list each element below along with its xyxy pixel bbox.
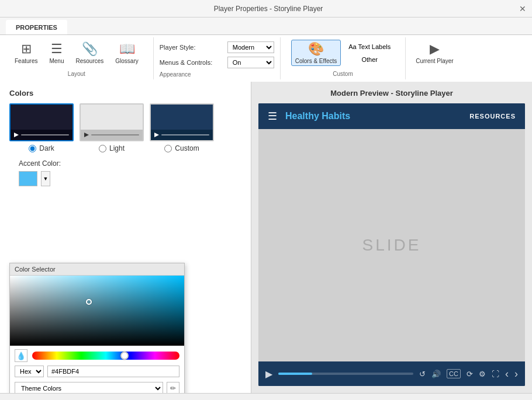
player-topbar: ☰ Healthy Habits RESOURCES (258, 103, 525, 129)
glossary-label: Glossary (115, 58, 138, 64)
cc-button[interactable]: CC (447, 369, 461, 378)
player-title: Healthy Habits (285, 111, 461, 121)
menu-button[interactable]: ☰ Menu (45, 40, 68, 66)
light-label: Light (109, 144, 125, 152)
light-preview-bar (81, 130, 143, 140)
colors-section: Colors Dark (0, 82, 251, 200)
accent-label: Accent Color: (19, 159, 232, 168)
player-style-label: Player Style: (160, 44, 224, 51)
fullscreen-button[interactable]: ⛶ (492, 370, 499, 378)
bottom-bar: OK CANCEL (0, 393, 532, 400)
text-labels-label: Aa Text Labels (348, 43, 391, 50)
current-player-label: Current Player (416, 58, 453, 64)
resources-icon: 📎 (82, 41, 98, 57)
color-option-light[interactable]: Light (80, 103, 144, 152)
ribbon-group-appearance: Player Style: Modern Menus & Controls: O… (154, 37, 281, 79)
rewind-button[interactable]: ⟳ (467, 370, 473, 378)
color-gradient-cursor (86, 299, 92, 305)
player-controls: ▶ ↺ 🔊 CC ⟳ ⚙ ⛶ ‹ › (258, 361, 525, 386)
light-preview (80, 103, 144, 141)
player-slide-area: SLIDE (258, 129, 525, 361)
dark-preview-bar (11, 130, 72, 140)
accent-section: Accent Color: ▼ (9, 159, 241, 193)
hue-slider[interactable] (32, 352, 179, 360)
menu-label: Menu (49, 58, 64, 64)
layout-icons: ⊞ Features ☰ Menu 📎 Resources 📖 Glossary (6, 40, 147, 66)
current-player-button[interactable]: ▶ Current Player (412, 40, 457, 66)
main-layout: Colors Dark (0, 82, 532, 393)
hex-format-select[interactable]: Hex (15, 366, 44, 377)
right-panel: Modern Preview - Storyline Player ☰ Heal… (251, 82, 532, 393)
next-button[interactable]: › (514, 368, 518, 380)
custom-preview (150, 103, 214, 141)
eyedropper-button[interactable]: 💧 (15, 349, 27, 362)
hex-row: Hex (10, 366, 184, 377)
left-panel: Colors Dark (0, 82, 251, 393)
features-button[interactable]: ⊞ Features (11, 40, 42, 66)
appearance-group-label: Appearance (160, 70, 274, 78)
hex-input[interactable] (47, 366, 179, 377)
dark-preview (9, 103, 74, 141)
other-button[interactable]: Other (344, 54, 395, 65)
accent-color-button[interactable] (19, 171, 37, 186)
light-radio[interactable] (99, 145, 106, 152)
player-style-select[interactable]: Modern (227, 41, 274, 53)
current-player-icon: ▶ (430, 41, 440, 57)
dark-radio[interactable] (29, 145, 36, 152)
theme-colors-select[interactable]: Theme Colors (15, 382, 163, 393)
other-label: Other (361, 56, 378, 63)
custom-label: Custom (175, 144, 199, 152)
title-bar: Player Properties - Storyline Player ✕ (0, 0, 532, 18)
text-labels-button[interactable]: Aa Text Labels (344, 41, 395, 52)
glossary-button[interactable]: 📖 Glossary (111, 40, 142, 66)
ribbon-group-custom: 🎨 Colors & Effects Aa Text Labels Other … (281, 37, 406, 79)
custom-icons: 🎨 Colors & Effects Aa Text Labels Other (286, 40, 399, 66)
color-gradient[interactable] (10, 276, 184, 346)
color-option-custom[interactable]: Custom (150, 103, 214, 152)
resources-button[interactable]: 📎 Resources (71, 40, 108, 66)
play-button[interactable]: ▶ (265, 368, 272, 380)
player-preview: ☰ Healthy Habits RESOURCES SLIDE ▶ ↺ 🔊 C… (258, 103, 525, 386)
menus-controls-select[interactable]: On (227, 57, 274, 68)
prev-button[interactable]: ‹ (505, 368, 509, 380)
replay-button[interactable]: ↺ (419, 370, 426, 378)
dark-radio-row: Dark (29, 144, 54, 152)
layout-group-label: Layout (68, 69, 85, 77)
ribbon-group-current-player: ▶ Current Player (406, 37, 463, 79)
color-options: Dark Light (9, 103, 241, 152)
hue-slider-row: 💧 (10, 346, 184, 366)
volume-button[interactable]: 🔊 (431, 370, 441, 378)
slide-placeholder: SLIDE (362, 236, 422, 255)
colors-effects-icon: 🎨 (308, 41, 324, 57)
preview-title: Modern Preview - Storyline Player (258, 89, 525, 98)
edit-theme-colors-button[interactable]: ✏ (167, 382, 179, 393)
menus-controls-row: Menus & Controls: On (160, 55, 274, 70)
colors-effects-button[interactable]: 🎨 Colors & Effects (291, 40, 341, 66)
light-play-icon (84, 133, 89, 137)
dark-label: Dark (39, 144, 54, 152)
ribbon-tabs: PROPERTIES (0, 18, 532, 35)
custom-preview-bar (151, 130, 213, 140)
tab-properties[interactable]: PROPERTIES (6, 20, 67, 34)
player-resources[interactable]: RESOURCES (469, 113, 516, 120)
theme-colors-row: Theme Colors ✏ (10, 377, 184, 393)
light-radio-row: Light (99, 144, 125, 152)
features-label: Features (15, 58, 37, 64)
hue-slider-thumb (120, 352, 129, 360)
colors-title: Colors (9, 89, 241, 98)
accent-dropdown-button[interactable]: ▼ (41, 171, 50, 186)
color-selector-popup: Color Selector 💧 Hex Theme Colors (9, 263, 185, 393)
player-menu-icon[interactable]: ☰ (268, 110, 277, 123)
dark-play-icon (14, 133, 19, 137)
custom-radio[interactable] (164, 145, 172, 152)
color-selector-header: Color Selector (10, 263, 184, 276)
resources-label: Resources (75, 58, 103, 64)
dark-progress-line (21, 134, 69, 135)
player-style-row: Player Style: Modern (160, 40, 274, 55)
progress-bar[interactable] (278, 373, 413, 375)
window-title: Player Properties - Storyline Player (18, 5, 519, 13)
menu-icon: ☰ (51, 41, 63, 57)
color-option-dark[interactable]: Dark (9, 103, 74, 152)
settings-button[interactable]: ⚙ (479, 370, 486, 378)
close-button[interactable]: ✕ (519, 4, 526, 13)
